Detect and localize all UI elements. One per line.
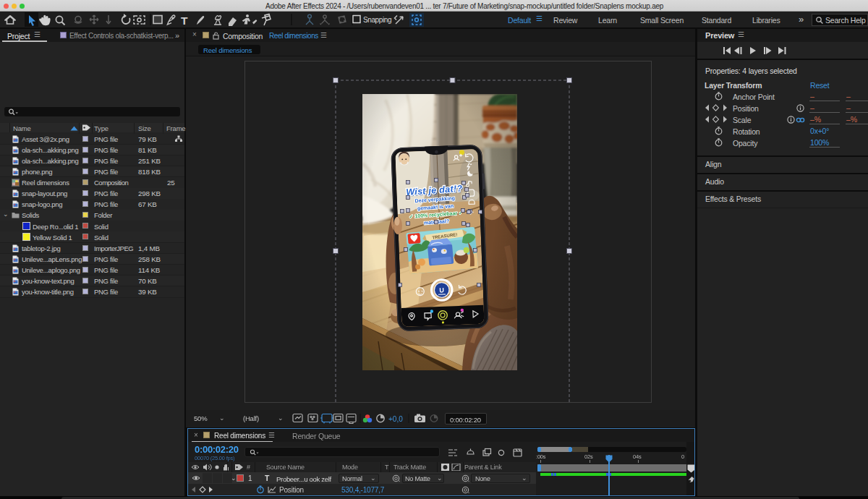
svg-text:+0,0: +0,0 [388,415,403,423]
svg-text:T: T [181,14,188,27]
